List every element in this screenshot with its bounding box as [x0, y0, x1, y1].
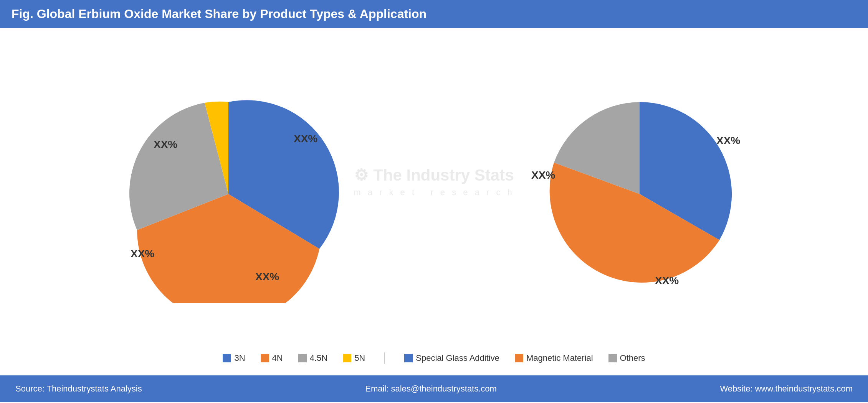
- watermark-title: ⚙ The Industry Stats: [354, 165, 514, 184]
- legend-item-others: Others: [608, 352, 645, 364]
- right-chart: XX% XX% XX%: [505, 73, 774, 311]
- label-3n: XX%: [294, 133, 317, 145]
- legend-color-others: [608, 354, 617, 362]
- left-legend: 3N 4N 4.5N 5N: [223, 352, 365, 364]
- footer-email: Email: sales@theindustrystats.com: [365, 384, 497, 394]
- footer: Source: Theindustrystats Analysis Email:…: [0, 375, 868, 402]
- label-magnetic: XX%: [655, 275, 679, 286]
- watermark-sub: m a r k e t r e s e a r c h: [354, 187, 514, 197]
- left-pie-svg: XX% XX% XX% XX%: [109, 81, 347, 303]
- legend-item-45n: 4.5N: [298, 352, 327, 364]
- legend-label-special-glass: Special Glass Additive: [416, 353, 499, 363]
- legend-color-45n: [298, 354, 307, 362]
- label-45n: XX%: [131, 248, 154, 260]
- legend-label-magnetic: Magnetic Material: [526, 353, 593, 363]
- page-header: Fig. Global Erbium Oxide Market Share by…: [0, 0, 868, 28]
- label-others: XX%: [531, 169, 555, 181]
- header-title: Fig. Global Erbium Oxide Market Share by…: [12, 7, 427, 21]
- legend-label-4n: 4N: [272, 353, 283, 363]
- legend-container: 3N 4N 4.5N 5N Special Glass Additive: [23, 352, 845, 364]
- watermark: ⚙ The Industry Stats m a r k e t r e s e…: [354, 165, 514, 197]
- legend-item-4n: 4N: [261, 352, 283, 364]
- legend-color-4n: [261, 354, 269, 362]
- label-5n: XX%: [154, 138, 177, 150]
- legend-label-others: Others: [620, 353, 645, 363]
- legend-item-5n: 5N: [343, 352, 365, 364]
- left-chart: XX% XX% XX% XX%: [94, 73, 363, 311]
- legend-color-3n: [223, 354, 231, 362]
- legend-color-special-glass: [404, 354, 413, 362]
- legend-label-3n: 3N: [234, 353, 245, 363]
- charts-container: XX% XX% XX% XX% ⚙ The Industry Stats m a…: [23, 39, 845, 345]
- label-4n: XX%: [255, 271, 279, 283]
- right-legend: Special Glass Additive Magnetic Material…: [404, 352, 645, 364]
- legend-label-5n: 5N: [354, 353, 365, 363]
- right-pie-svg: XX% XX% XX%: [513, 81, 766, 303]
- main-content: XX% XX% XX% XX% ⚙ The Industry Stats m a…: [0, 28, 868, 375]
- legend-divider: [384, 352, 385, 364]
- legend-item-magnetic: Magnetic Material: [515, 352, 593, 364]
- legend-color-5n: [343, 354, 351, 362]
- legend-label-45n: 4.5N: [310, 353, 327, 363]
- legend-item-special-glass: Special Glass Additive: [404, 352, 499, 364]
- legend-color-magnetic: [515, 354, 523, 362]
- footer-source: Source: Theindustrystats Analysis: [15, 384, 142, 394]
- label-special-glass: XX%: [716, 135, 740, 146]
- footer-website: Website: www.theindustrystats.com: [720, 384, 853, 394]
- legend-item-3n: 3N: [223, 352, 245, 364]
